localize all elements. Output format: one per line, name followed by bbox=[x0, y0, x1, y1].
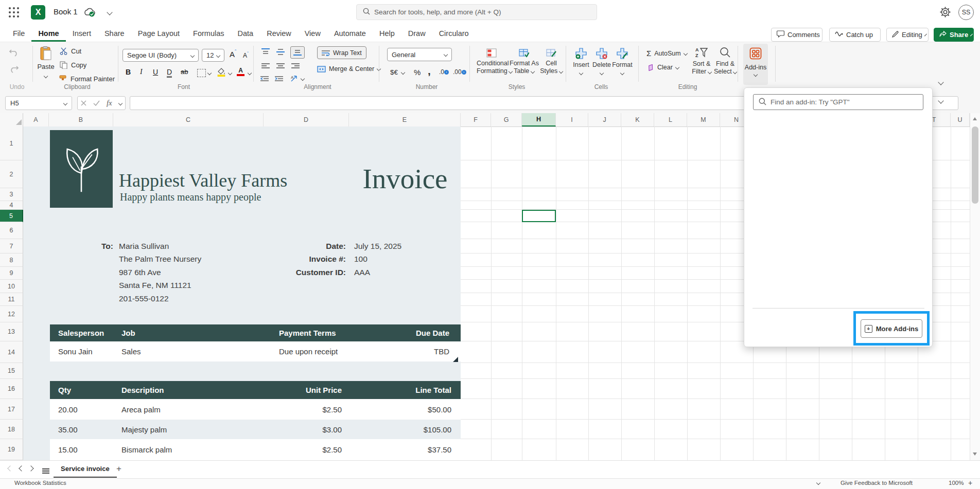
bold-button[interactable]: B bbox=[126, 68, 131, 76]
menu-tab-review[interactable]: Review bbox=[260, 25, 298, 42]
sheet-tab-service-invoice[interactable]: Service invoice bbox=[54, 460, 117, 478]
decrease-decimal-button[interactable]: .0‹ bbox=[439, 68, 449, 76]
row-header-1[interactable]: 1 bbox=[0, 126, 23, 160]
sort-filter-button[interactable]: AZ Sort & Filter bbox=[690, 47, 713, 76]
company-name[interactable]: Happiest Valley Farms bbox=[119, 170, 287, 191]
column-header-D[interactable]: D bbox=[264, 113, 349, 126]
table-cell[interactable]: Areca palm bbox=[113, 405, 264, 414]
column-header-C[interactable]: C bbox=[113, 113, 264, 126]
table-cell[interactable]: TBD bbox=[391, 347, 461, 356]
zoom-level[interactable]: 100% bbox=[949, 480, 964, 486]
copy-button[interactable]: Copy bbox=[60, 61, 86, 69]
company-tagline[interactable]: Happy plants means happy people bbox=[120, 191, 261, 203]
table-cell[interactable]: Majesty palm bbox=[113, 425, 264, 434]
selected-cell-outline[interactable] bbox=[522, 210, 556, 222]
increase-indent-button[interactable] bbox=[275, 75, 284, 84]
table-cell[interactable]: Sales bbox=[113, 347, 264, 356]
percent-style-button[interactable]: % bbox=[414, 68, 421, 77]
row-header-6[interactable]: 6 bbox=[0, 222, 23, 239]
column-header-M[interactable]: M bbox=[687, 113, 720, 126]
column-header-I[interactable]: I bbox=[556, 113, 588, 126]
table-row[interactable]: Sonu JainSalesDue upon receiptTBD bbox=[50, 341, 461, 361]
add-sheet-button[interactable]: + bbox=[116, 464, 121, 474]
redo-button[interactable] bbox=[9, 65, 19, 73]
row-header-3[interactable]: 3 bbox=[0, 188, 23, 201]
grow-font-button[interactable]: Aˆ bbox=[230, 49, 236, 59]
align-bottom-button-active[interactable] bbox=[290, 46, 305, 59]
workbook-statistics-button[interactable]: Workbook Statistics bbox=[14, 480, 66, 486]
app-launcher-waffle-icon[interactable] bbox=[8, 7, 20, 20]
menu-tab-insert[interactable]: Insert bbox=[66, 25, 98, 42]
invoice-title[interactable]: Invoice bbox=[356, 162, 454, 195]
cancel-entry-icon[interactable] bbox=[81, 99, 86, 108]
name-box[interactable]: H5 bbox=[5, 96, 72, 110]
accounting-format-button[interactable]: $€ bbox=[390, 68, 405, 76]
column-header-J[interactable]: J bbox=[588, 113, 621, 126]
table-cell[interactable]: Due upon receipt bbox=[264, 347, 391, 356]
borders-button[interactable] bbox=[197, 69, 206, 77]
autosum-button[interactable]: Σ AutoSum bbox=[646, 49, 687, 58]
row-header-8[interactable]: 8 bbox=[0, 253, 23, 267]
menu-tab-help[interactable]: Help bbox=[373, 25, 401, 42]
confirm-entry-icon[interactable] bbox=[93, 99, 100, 108]
to-label[interactable]: To: bbox=[62, 242, 113, 251]
cut-button[interactable]: Cut bbox=[60, 47, 81, 55]
column-header-E[interactable]: E bbox=[349, 113, 461, 126]
underline-button[interactable]: U bbox=[153, 68, 158, 76]
row-header-16[interactable]: 16 bbox=[0, 379, 23, 399]
scroll-down-icon[interactable] bbox=[973, 452, 977, 456]
table-cell[interactable]: Sonu Jain bbox=[50, 347, 113, 356]
menu-tab-share[interactable]: Share bbox=[98, 25, 131, 42]
row-header-10[interactable]: 10 bbox=[0, 280, 23, 293]
column-header-B[interactable]: B bbox=[49, 113, 113, 126]
conditional-formatting-button[interactable]: Conditional Formatting bbox=[477, 48, 506, 75]
column-header-H[interactable]: H bbox=[522, 113, 556, 126]
share-button[interactable]: Share bbox=[934, 28, 974, 42]
table-cell[interactable]: 35.00 bbox=[50, 425, 113, 434]
table-cell[interactable]: 15.00 bbox=[50, 445, 113, 454]
align-right-button[interactable] bbox=[291, 62, 300, 71]
format-cells-button[interactable]: Format bbox=[611, 48, 633, 77]
column-header-U[interactable]: U bbox=[951, 113, 970, 126]
excel-logo-icon[interactable]: X bbox=[31, 5, 45, 20]
clear-button[interactable]: Clear bbox=[646, 64, 679, 71]
column-header-K[interactable]: K bbox=[621, 113, 654, 126]
add-ins-button[interactable]: Add-ins bbox=[743, 44, 768, 85]
table-cell[interactable]: $50.00 bbox=[349, 405, 461, 414]
font-color-button[interactable]: A bbox=[237, 67, 244, 76]
scroll-up-icon[interactable] bbox=[973, 117, 977, 120]
catch-up-button[interactable]: Catch up bbox=[829, 28, 881, 42]
shrink-font-button[interactable]: Aˇ bbox=[243, 51, 249, 59]
select-all-corner[interactable] bbox=[0, 113, 23, 126]
fill-color-button[interactable] bbox=[217, 68, 226, 79]
settings-gear-icon[interactable] bbox=[940, 7, 951, 20]
row-header-14[interactable]: 14 bbox=[0, 341, 23, 363]
table-row[interactable]: 20.00Areca palm$2.50$50.00 bbox=[50, 399, 461, 420]
feedback-link[interactable]: Give Feedback to Microsoft bbox=[841, 480, 913, 486]
table-row[interactable]: 15.00Bismarck palm$2.50$37.50 bbox=[50, 439, 461, 460]
align-top-button[interactable] bbox=[261, 48, 270, 58]
merge-center-button[interactable]: Merge & Center bbox=[317, 65, 380, 73]
double-underline-button[interactable]: D bbox=[167, 68, 172, 78]
zoom-in-button[interactable]: + bbox=[968, 479, 972, 487]
font-name-select[interactable]: Segoe UI (Body) bbox=[122, 49, 199, 62]
scrollbar-thumb[interactable] bbox=[972, 126, 978, 204]
menu-tab-formulas[interactable]: Formulas bbox=[186, 25, 231, 42]
menu-tab-data[interactable]: Data bbox=[231, 25, 260, 42]
menu-tab-draw[interactable]: Draw bbox=[401, 25, 432, 42]
row-header-19[interactable]: 19 bbox=[0, 439, 23, 460]
row-header-17[interactable]: 17 bbox=[0, 399, 23, 420]
comma-style-button[interactable]: , bbox=[428, 65, 431, 77]
table-cell[interactable]: $105.00 bbox=[349, 425, 461, 434]
delete-cells-button[interactable]: Delete bbox=[591, 48, 612, 77]
insert-cells-button[interactable]: Insert bbox=[570, 48, 592, 77]
table-cell[interactable]: 20.00 bbox=[50, 405, 113, 414]
wrap-text-button[interactable]: Wrap Text bbox=[317, 46, 366, 59]
cloud-saved-icon[interactable] bbox=[83, 8, 96, 19]
table-cell[interactable]: $2.50 bbox=[264, 405, 349, 414]
number-format-select[interactable]: General bbox=[387, 48, 452, 61]
fx-insert-function-button[interactable]: fx bbox=[107, 99, 112, 107]
row-header-4[interactable]: 4 bbox=[0, 201, 23, 210]
row-header-11[interactable]: 11 bbox=[0, 293, 23, 306]
menu-tab-file[interactable]: File bbox=[6, 25, 31, 42]
